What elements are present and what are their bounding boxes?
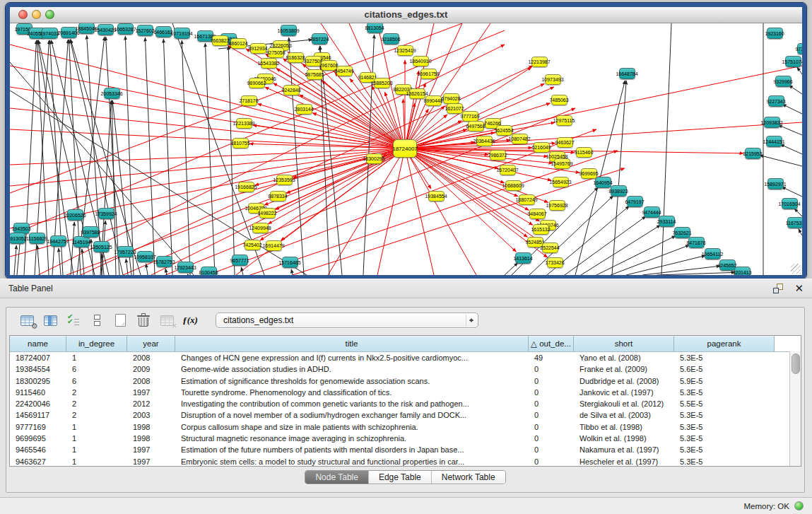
- graph-node[interactable]: 2933114: [659, 216, 675, 227]
- graph-node[interactable]: 10807487: [512, 134, 528, 144]
- table-row[interactable]: 911546021997Tourette syndrome. Phenomeno…: [10, 387, 801, 398]
- graph-node[interactable]: 10654112: [705, 248, 721, 259]
- column-header-year[interactable]: year: [127, 336, 175, 351]
- graph-node[interactable]: 9699695: [581, 168, 597, 179]
- table-scrollbar[interactable]: [789, 351, 801, 466]
- graph-node[interactable]: 7632621: [674, 227, 690, 238]
- graph-node[interactable]: 1498222: [259, 208, 276, 218]
- graph-node[interactable]: 1167533: [787, 217, 803, 228]
- graph-node[interactable]: 19384554: [428, 191, 445, 201]
- table-row[interactable]: 1872400712008Changes of HCN gene express…: [10, 352, 801, 363]
- graph-node[interactable]: 1923160: [767, 28, 783, 39]
- graph-node[interactable]: 7986372: [490, 150, 506, 160]
- close-panel-icon[interactable]: ✕: [794, 284, 804, 293]
- graph-node[interactable]: 8990448: [425, 95, 442, 106]
- column-visibility-icon[interactable]: [41, 312, 59, 329]
- graph-node[interactable]: 11156829: [29, 233, 45, 244]
- graph-node[interactable]: 1413614: [515, 252, 531, 264]
- graph-node[interactable]: 15716485: [282, 257, 298, 268]
- graph-node[interactable]: 9397588: [83, 226, 99, 238]
- graph-node[interactable]: 6794028: [443, 93, 459, 104]
- graph-node[interactable]: 19756928: [549, 200, 565, 211]
- graph-node[interactable]: 8100458: [201, 267, 217, 275]
- row-checks-icon[interactable]: [64, 312, 83, 329]
- column-header-name[interactable]: name: [10, 336, 66, 351]
- table-row[interactable]: 946554611997Estimation of the future num…: [10, 444, 801, 455]
- graph-node[interactable]: 7663822: [212, 35, 228, 46]
- table-row[interactable]: 1830029562008Estimation of significance …: [10, 375, 801, 387]
- graph-node[interactable]: 8813054: [367, 23, 383, 33]
- graph-node[interactable]: 19442757: [50, 235, 66, 247]
- graph-node[interactable]: 2522544: [542, 243, 558, 253]
- graph-node[interactable]: 9218506: [383, 33, 399, 45]
- graph-node[interactable]: 1810755: [233, 138, 249, 148]
- table-row[interactable]: 946362711997Embryonic stem cells: a mode…: [10, 456, 801, 467]
- graph-node[interactable]: 18300295: [366, 153, 382, 164]
- network-canvas[interactable]: 1971508240557219740332069140618845046154…: [10, 23, 802, 275]
- graph-node[interactable]: 16914479: [266, 240, 282, 251]
- graph-node[interactable]: 20364436: [476, 136, 493, 146]
- graph-node[interactable]: 9242848: [283, 85, 300, 95]
- graph-node[interactable]: 9463627: [557, 137, 573, 148]
- function-builder-icon[interactable]: ƒ(x): [181, 312, 199, 329]
- graph-node[interactable]: 2718176: [241, 95, 257, 106]
- graph-node[interactable]: 15654923: [553, 177, 569, 187]
- table-row[interactable]: 1456911722003Disruption of a novel membe…: [10, 409, 801, 421]
- graph-node[interactable]: 6497568: [468, 121, 484, 132]
- graph-node[interactable]: 10973493: [545, 74, 561, 85]
- graph-node[interactable]: 17016504: [782, 198, 798, 209]
- column-header-pagerank[interactable]: pagerank: [674, 336, 775, 351]
- table-row[interactable]: 969969511998Structural magnetic resonanc…: [10, 433, 801, 444]
- graph-node[interactable]: 10653287: [117, 23, 134, 35]
- graph-node[interactable]: 9275058: [268, 47, 284, 58]
- graph-node[interactable]: 16543382: [261, 58, 277, 69]
- graph-node[interactable]: 10719194: [174, 28, 190, 39]
- graph-node[interactable]: 18640910: [413, 56, 429, 66]
- graph-node[interactable]: 18724007: [393, 139, 417, 158]
- resize-grip-icon[interactable]: [791, 264, 801, 274]
- close-window-button[interactable]: [18, 10, 28, 19]
- tab-node-table[interactable]: Node Table: [305, 471, 368, 484]
- graph-node[interactable]: 16720407: [500, 165, 516, 175]
- zoom-window-button[interactable]: [45, 10, 54, 19]
- column-header-in_degree[interactable]: in_degree: [66, 336, 127, 351]
- graph-node[interactable]: 15885203: [374, 78, 390, 88]
- graph-node[interactable]: 13626154: [409, 88, 425, 99]
- graph-node[interactable]: 9227343: [768, 95, 784, 107]
- table-row[interactable]: 2242004622012Investigating the contribut…: [10, 398, 801, 409]
- graph-node[interactable]: 10688609: [505, 180, 522, 191]
- graph-node[interactable]: 9484067: [529, 209, 546, 219]
- scrollbar-thumb[interactable]: [792, 354, 800, 374]
- graph-node[interactable]: 12444151: [766, 136, 782, 147]
- column-header-out_degree[interactable]: △ out_de...: [529, 336, 574, 351]
- graph-node[interactable]: 8912934: [250, 43, 266, 54]
- float-panel-icon[interactable]: [773, 284, 783, 293]
- graph-node[interactable]: 1733426: [547, 257, 563, 268]
- minimize-window-button[interactable]: [32, 10, 41, 19]
- graph-node[interactable]: 12409948: [252, 223, 269, 233]
- graph-node[interactable]: 7425402: [245, 240, 261, 250]
- graph-node[interactable]: 9329966: [775, 76, 792, 87]
- graph-node[interactable]: 12923443: [177, 262, 194, 273]
- tab-edge-table[interactable]: Edge Table: [368, 471, 431, 484]
- graph-node[interactable]: 16961758: [420, 69, 437, 79]
- graph-node[interactable]: 8186328: [288, 52, 304, 63]
- graph-node[interactable]: 17957223: [117, 246, 134, 257]
- graph-node[interactable]: 16782753: [156, 256, 172, 267]
- tab-network-table[interactable]: Network Table: [431, 471, 505, 484]
- graph-node[interactable]: 17359924: [98, 208, 114, 219]
- graph-node[interactable]: 1527602: [137, 25, 153, 36]
- column-header-short[interactable]: short: [574, 336, 674, 351]
- graph-node[interactable]: 3624554: [496, 125, 512, 136]
- graph-node[interactable]: 9115460: [576, 147, 592, 158]
- network-window-titlebar[interactable]: citations_edges.txt: [10, 7, 802, 23]
- graph-node[interactable]: 8454749: [336, 66, 353, 76]
- graph-node[interactable]: 12213389: [236, 118, 252, 129]
- graph-node[interactable]: 7485063: [551, 95, 567, 105]
- graph-node[interactable]: 16053809: [281, 25, 297, 36]
- graph-node[interactable]: 8471676: [688, 237, 705, 248]
- graph-node[interactable]: 1615132: [533, 224, 549, 235]
- graph-node[interactable]: 6466162: [155, 26, 172, 37]
- graph-node[interactable]: 9474444: [644, 206, 660, 218]
- table-row[interactable]: 1938455462009Genome-wide association stu…: [10, 363, 801, 375]
